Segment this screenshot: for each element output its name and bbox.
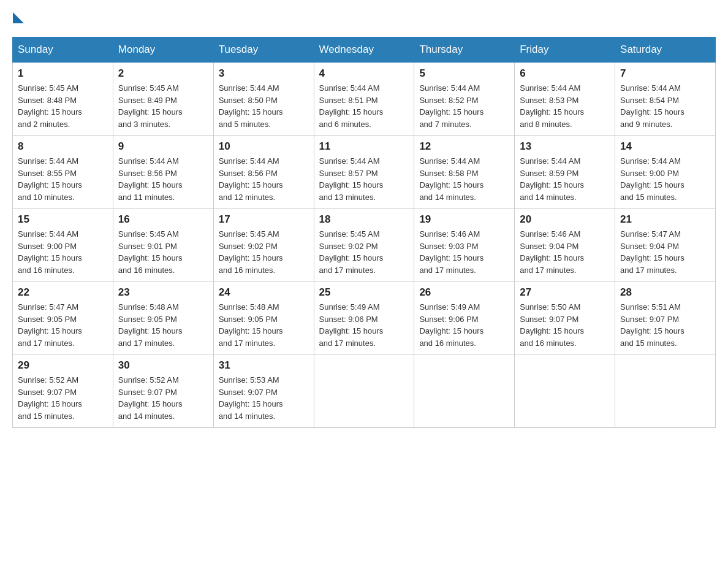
day-cell: 7 Sunrise: 5:44 AM Sunset: 8:54 PM Dayli…: [615, 63, 716, 136]
day-info: Sunrise: 5:44 AM Sunset: 8:51 PM Dayligh…: [319, 82, 409, 130]
page-header: [12, 12, 716, 25]
day-info: Sunrise: 5:44 AM Sunset: 8:59 PM Dayligh…: [520, 155, 610, 203]
day-cell: 23 Sunrise: 5:48 AM Sunset: 9:05 PM Dayl…: [113, 282, 213, 354]
column-header-thursday: Thursday: [414, 37, 515, 63]
day-number: 4: [319, 67, 409, 80]
day-cell: 13 Sunrise: 5:44 AM Sunset: 8:59 PM Dayl…: [515, 136, 615, 209]
day-info: Sunrise: 5:47 AM Sunset: 9:04 PM Dayligh…: [620, 228, 710, 276]
day-number: 25: [319, 286, 409, 299]
day-info: Sunrise: 5:45 AM Sunset: 9:02 PM Dayligh…: [219, 228, 309, 276]
day-info: Sunrise: 5:44 AM Sunset: 9:00 PM Dayligh…: [620, 155, 710, 203]
day-cell: 25 Sunrise: 5:49 AM Sunset: 9:06 PM Dayl…: [314, 282, 414, 354]
day-info: Sunrise: 5:45 AM Sunset: 8:48 PM Dayligh…: [18, 82, 108, 130]
day-info: Sunrise: 5:46 AM Sunset: 9:03 PM Dayligh…: [419, 228, 509, 276]
day-number: 17: [219, 213, 309, 226]
day-number: 22: [18, 286, 108, 299]
column-header-friday: Friday: [515, 37, 615, 63]
day-cell: 22 Sunrise: 5:47 AM Sunset: 9:05 PM Dayl…: [13, 282, 113, 354]
day-cell: 6 Sunrise: 5:44 AM Sunset: 8:53 PM Dayli…: [515, 63, 615, 136]
day-info: Sunrise: 5:52 AM Sunset: 9:07 PM Dayligh…: [118, 374, 208, 422]
day-cell: 31 Sunrise: 5:53 AM Sunset: 9:07 PM Dayl…: [213, 354, 314, 427]
day-cell: 19 Sunrise: 5:46 AM Sunset: 9:03 PM Dayl…: [414, 209, 515, 282]
day-info: Sunrise: 5:44 AM Sunset: 8:54 PM Dayligh…: [620, 82, 710, 130]
day-number: 20: [520, 213, 610, 226]
day-number: 1: [18, 67, 108, 80]
logo: [12, 12, 24, 25]
day-number: 15: [18, 213, 108, 226]
day-info: Sunrise: 5:44 AM Sunset: 8:58 PM Dayligh…: [419, 155, 509, 203]
day-info: Sunrise: 5:44 AM Sunset: 8:56 PM Dayligh…: [219, 155, 309, 203]
day-info: Sunrise: 5:44 AM Sunset: 8:55 PM Dayligh…: [18, 155, 108, 203]
day-cell: 10 Sunrise: 5:44 AM Sunset: 8:56 PM Dayl…: [213, 136, 314, 209]
day-cell: 4 Sunrise: 5:44 AM Sunset: 8:51 PM Dayli…: [314, 63, 414, 136]
day-number: 31: [219, 359, 309, 372]
calendar-table: SundayMondayTuesdayWednesdayThursdayFrid…: [12, 37, 716, 427]
day-number: 27: [520, 286, 610, 299]
column-header-monday: Monday: [113, 37, 213, 63]
day-cell: 20 Sunrise: 5:46 AM Sunset: 9:04 PM Dayl…: [515, 209, 615, 282]
day-number: 6: [520, 67, 610, 80]
day-cell: 27 Sunrise: 5:50 AM Sunset: 9:07 PM Dayl…: [515, 282, 615, 354]
day-cell: 24 Sunrise: 5:48 AM Sunset: 9:05 PM Dayl…: [213, 282, 314, 354]
day-number: 2: [118, 67, 208, 80]
day-cell: 12 Sunrise: 5:44 AM Sunset: 8:58 PM Dayl…: [414, 136, 515, 209]
day-cell: 18 Sunrise: 5:45 AM Sunset: 9:02 PM Dayl…: [314, 209, 414, 282]
column-header-wednesday: Wednesday: [314, 37, 414, 63]
day-cell: 17 Sunrise: 5:45 AM Sunset: 9:02 PM Dayl…: [213, 209, 314, 282]
day-cell: [314, 354, 414, 427]
day-cell: 30 Sunrise: 5:52 AM Sunset: 9:07 PM Dayl…: [113, 354, 213, 427]
logo-icon: [12, 12, 24, 25]
day-number: 13: [520, 140, 610, 153]
day-cell: 16 Sunrise: 5:45 AM Sunset: 9:01 PM Dayl…: [113, 209, 213, 282]
day-info: Sunrise: 5:48 AM Sunset: 9:05 PM Dayligh…: [219, 301, 309, 349]
column-header-tuesday: Tuesday: [213, 37, 314, 63]
day-info: Sunrise: 5:50 AM Sunset: 9:07 PM Dayligh…: [520, 301, 610, 349]
week-row-5: 29 Sunrise: 5:52 AM Sunset: 9:07 PM Dayl…: [13, 354, 716, 427]
day-cell: 28 Sunrise: 5:51 AM Sunset: 9:07 PM Dayl…: [615, 282, 716, 354]
week-row-4: 22 Sunrise: 5:47 AM Sunset: 9:05 PM Dayl…: [13, 282, 716, 354]
day-info: Sunrise: 5:49 AM Sunset: 9:06 PM Dayligh…: [319, 301, 409, 349]
day-number: 10: [219, 140, 309, 153]
day-cell: 9 Sunrise: 5:44 AM Sunset: 8:56 PM Dayli…: [113, 136, 213, 209]
calendar-header-row: SundayMondayTuesdayWednesdayThursdayFrid…: [13, 37, 716, 63]
day-number: 14: [620, 140, 710, 153]
day-number: 9: [118, 140, 208, 153]
day-cell: [615, 354, 716, 427]
day-cell: [515, 354, 615, 427]
day-number: 21: [620, 213, 710, 226]
day-info: Sunrise: 5:45 AM Sunset: 9:02 PM Dayligh…: [319, 228, 409, 276]
day-info: Sunrise: 5:48 AM Sunset: 9:05 PM Dayligh…: [118, 301, 208, 349]
day-info: Sunrise: 5:51 AM Sunset: 9:07 PM Dayligh…: [620, 301, 710, 349]
day-info: Sunrise: 5:44 AM Sunset: 8:50 PM Dayligh…: [219, 82, 309, 130]
day-info: Sunrise: 5:44 AM Sunset: 9:00 PM Dayligh…: [18, 228, 108, 276]
day-info: Sunrise: 5:44 AM Sunset: 8:56 PM Dayligh…: [118, 155, 208, 203]
column-header-saturday: Saturday: [615, 37, 716, 63]
week-row-1: 1 Sunrise: 5:45 AM Sunset: 8:48 PM Dayli…: [13, 63, 716, 136]
day-number: 11: [319, 140, 409, 153]
day-info: Sunrise: 5:46 AM Sunset: 9:04 PM Dayligh…: [520, 228, 610, 276]
logo-triangle: [13, 12, 24, 23]
day-cell: 8 Sunrise: 5:44 AM Sunset: 8:55 PM Dayli…: [13, 136, 113, 209]
day-cell: [414, 354, 515, 427]
day-number: 19: [419, 213, 509, 226]
day-number: 23: [118, 286, 208, 299]
day-cell: 2 Sunrise: 5:45 AM Sunset: 8:49 PM Dayli…: [113, 63, 213, 136]
day-number: 3: [219, 67, 309, 80]
day-cell: 29 Sunrise: 5:52 AM Sunset: 9:07 PM Dayl…: [13, 354, 113, 427]
day-info: Sunrise: 5:44 AM Sunset: 8:53 PM Dayligh…: [520, 82, 610, 130]
day-cell: 15 Sunrise: 5:44 AM Sunset: 9:00 PM Dayl…: [13, 209, 113, 282]
day-cell: 11 Sunrise: 5:44 AM Sunset: 8:57 PM Dayl…: [314, 136, 414, 209]
day-cell: 14 Sunrise: 5:44 AM Sunset: 9:00 PM Dayl…: [615, 136, 716, 209]
day-number: 5: [419, 67, 509, 80]
day-number: 28: [620, 286, 710, 299]
day-number: 26: [419, 286, 509, 299]
week-row-2: 8 Sunrise: 5:44 AM Sunset: 8:55 PM Dayli…: [13, 136, 716, 209]
day-info: Sunrise: 5:49 AM Sunset: 9:06 PM Dayligh…: [419, 301, 509, 349]
day-number: 12: [419, 140, 509, 153]
day-cell: 21 Sunrise: 5:47 AM Sunset: 9:04 PM Dayl…: [615, 209, 716, 282]
day-number: 7: [620, 67, 710, 80]
day-number: 24: [219, 286, 309, 299]
day-number: 16: [118, 213, 208, 226]
day-number: 30: [118, 359, 208, 372]
day-number: 18: [319, 213, 409, 226]
